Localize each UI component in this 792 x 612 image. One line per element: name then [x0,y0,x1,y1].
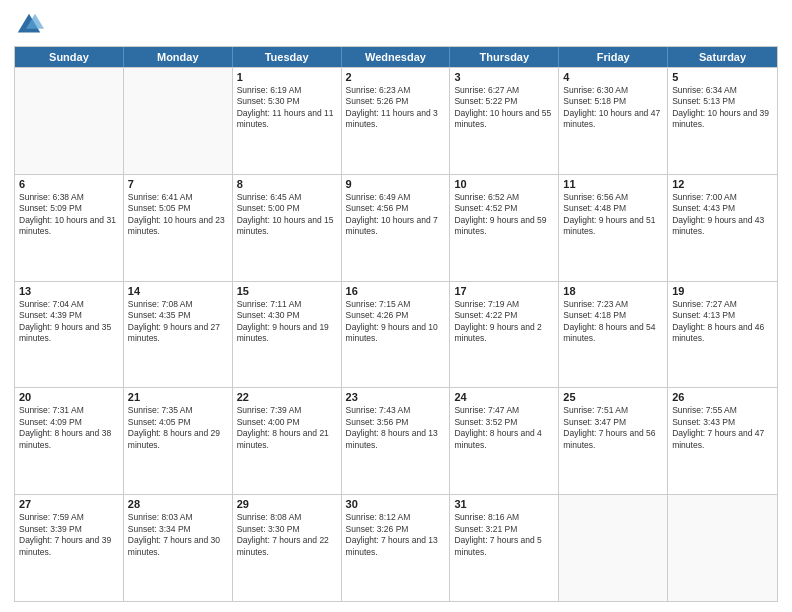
weekday-header-wednesday: Wednesday [342,47,451,67]
day-number: 28 [128,498,228,510]
page: SundayMondayTuesdayWednesdayThursdayFrid… [0,0,792,612]
calendar-row-0: 1Sunrise: 6:19 AM Sunset: 5:30 PM Daylig… [15,67,777,174]
day-number: 16 [346,285,446,297]
day-number: 3 [454,71,554,83]
calendar-day-7: 7Sunrise: 6:41 AM Sunset: 5:05 PM Daylig… [124,175,233,281]
calendar-day-11: 11Sunrise: 6:56 AM Sunset: 4:48 PM Dayli… [559,175,668,281]
calendar-day-12: 12Sunrise: 7:00 AM Sunset: 4:43 PM Dayli… [668,175,777,281]
day-number: 23 [346,391,446,403]
day-number: 15 [237,285,337,297]
calendar: SundayMondayTuesdayWednesdayThursdayFrid… [14,46,778,602]
calendar-row-4: 27Sunrise: 7:59 AM Sunset: 3:39 PM Dayli… [15,494,777,601]
calendar-day-9: 9Sunrise: 6:49 AM Sunset: 4:56 PM Daylig… [342,175,451,281]
calendar-day-18: 18Sunrise: 7:23 AM Sunset: 4:18 PM Dayli… [559,282,668,388]
day-number: 7 [128,178,228,190]
day-number: 17 [454,285,554,297]
calendar-day-25: 25Sunrise: 7:51 AM Sunset: 3:47 PM Dayli… [559,388,668,494]
day-info: Sunrise: 6:30 AM Sunset: 5:18 PM Dayligh… [563,85,663,131]
calendar-day-14: 14Sunrise: 7:08 AM Sunset: 4:35 PM Dayli… [124,282,233,388]
day-info: Sunrise: 7:43 AM Sunset: 3:56 PM Dayligh… [346,405,446,451]
calendar-day-20: 20Sunrise: 7:31 AM Sunset: 4:09 PM Dayli… [15,388,124,494]
day-number: 6 [19,178,119,190]
day-info: Sunrise: 8:12 AM Sunset: 3:26 PM Dayligh… [346,512,446,558]
calendar-day-17: 17Sunrise: 7:19 AM Sunset: 4:22 PM Dayli… [450,282,559,388]
day-info: Sunrise: 6:49 AM Sunset: 4:56 PM Dayligh… [346,192,446,238]
day-info: Sunrise: 6:45 AM Sunset: 5:00 PM Dayligh… [237,192,337,238]
day-info: Sunrise: 7:47 AM Sunset: 3:52 PM Dayligh… [454,405,554,451]
day-number: 19 [672,285,773,297]
day-info: Sunrise: 7:11 AM Sunset: 4:30 PM Dayligh… [237,299,337,345]
weekday-header-sunday: Sunday [15,47,124,67]
calendar-day-13: 13Sunrise: 7:04 AM Sunset: 4:39 PM Dayli… [15,282,124,388]
calendar-day-6: 6Sunrise: 6:38 AM Sunset: 5:09 PM Daylig… [15,175,124,281]
logo [14,10,48,40]
calendar-empty-cell [15,68,124,174]
calendar-day-30: 30Sunrise: 8:12 AM Sunset: 3:26 PM Dayli… [342,495,451,601]
day-number: 8 [237,178,337,190]
day-number: 1 [237,71,337,83]
day-info: Sunrise: 7:23 AM Sunset: 4:18 PM Dayligh… [563,299,663,345]
calendar-row-3: 20Sunrise: 7:31 AM Sunset: 4:09 PM Dayli… [15,387,777,494]
calendar-empty-cell [124,68,233,174]
day-number: 12 [672,178,773,190]
calendar-day-2: 2Sunrise: 6:23 AM Sunset: 5:26 PM Daylig… [342,68,451,174]
day-info: Sunrise: 7:04 AM Sunset: 4:39 PM Dayligh… [19,299,119,345]
day-info: Sunrise: 6:52 AM Sunset: 4:52 PM Dayligh… [454,192,554,238]
day-info: Sunrise: 6:23 AM Sunset: 5:26 PM Dayligh… [346,85,446,131]
day-info: Sunrise: 7:39 AM Sunset: 4:00 PM Dayligh… [237,405,337,451]
day-info: Sunrise: 6:38 AM Sunset: 5:09 PM Dayligh… [19,192,119,238]
day-info: Sunrise: 7:08 AM Sunset: 4:35 PM Dayligh… [128,299,228,345]
weekday-header-friday: Friday [559,47,668,67]
calendar-row-1: 6Sunrise: 6:38 AM Sunset: 5:09 PM Daylig… [15,174,777,281]
day-number: 13 [19,285,119,297]
day-number: 11 [563,178,663,190]
day-info: Sunrise: 7:27 AM Sunset: 4:13 PM Dayligh… [672,299,773,345]
day-number: 20 [19,391,119,403]
calendar-empty-cell [668,495,777,601]
day-number: 29 [237,498,337,510]
calendar-empty-cell [559,495,668,601]
header [14,10,778,40]
logo-icon [14,10,44,40]
day-number: 24 [454,391,554,403]
day-number: 14 [128,285,228,297]
calendar-day-31: 31Sunrise: 8:16 AM Sunset: 3:21 PM Dayli… [450,495,559,601]
calendar-day-3: 3Sunrise: 6:27 AM Sunset: 5:22 PM Daylig… [450,68,559,174]
calendar-day-26: 26Sunrise: 7:55 AM Sunset: 3:43 PM Dayli… [668,388,777,494]
day-number: 30 [346,498,446,510]
calendar-day-1: 1Sunrise: 6:19 AM Sunset: 5:30 PM Daylig… [233,68,342,174]
calendar-day-27: 27Sunrise: 7:59 AM Sunset: 3:39 PM Dayli… [15,495,124,601]
day-number: 4 [563,71,663,83]
day-number: 22 [237,391,337,403]
day-number: 21 [128,391,228,403]
calendar-day-4: 4Sunrise: 6:30 AM Sunset: 5:18 PM Daylig… [559,68,668,174]
day-number: 10 [454,178,554,190]
calendar-body: 1Sunrise: 6:19 AM Sunset: 5:30 PM Daylig… [15,67,777,601]
calendar-day-8: 8Sunrise: 6:45 AM Sunset: 5:00 PM Daylig… [233,175,342,281]
day-info: Sunrise: 8:03 AM Sunset: 3:34 PM Dayligh… [128,512,228,558]
day-info: Sunrise: 6:56 AM Sunset: 4:48 PM Dayligh… [563,192,663,238]
day-info: Sunrise: 7:15 AM Sunset: 4:26 PM Dayligh… [346,299,446,345]
day-info: Sunrise: 6:41 AM Sunset: 5:05 PM Dayligh… [128,192,228,238]
day-number: 26 [672,391,773,403]
calendar-day-29: 29Sunrise: 8:08 AM Sunset: 3:30 PM Dayli… [233,495,342,601]
day-number: 25 [563,391,663,403]
day-number: 18 [563,285,663,297]
day-info: Sunrise: 7:35 AM Sunset: 4:05 PM Dayligh… [128,405,228,451]
day-number: 31 [454,498,554,510]
calendar-day-16: 16Sunrise: 7:15 AM Sunset: 4:26 PM Dayli… [342,282,451,388]
calendar-day-10: 10Sunrise: 6:52 AM Sunset: 4:52 PM Dayli… [450,175,559,281]
calendar-day-28: 28Sunrise: 8:03 AM Sunset: 3:34 PM Dayli… [124,495,233,601]
day-info: Sunrise: 6:19 AM Sunset: 5:30 PM Dayligh… [237,85,337,131]
calendar-day-23: 23Sunrise: 7:43 AM Sunset: 3:56 PM Dayli… [342,388,451,494]
day-info: Sunrise: 8:16 AM Sunset: 3:21 PM Dayligh… [454,512,554,558]
day-number: 9 [346,178,446,190]
calendar-day-24: 24Sunrise: 7:47 AM Sunset: 3:52 PM Dayli… [450,388,559,494]
day-info: Sunrise: 7:31 AM Sunset: 4:09 PM Dayligh… [19,405,119,451]
day-number: 2 [346,71,446,83]
calendar-day-5: 5Sunrise: 6:34 AM Sunset: 5:13 PM Daylig… [668,68,777,174]
day-info: Sunrise: 8:08 AM Sunset: 3:30 PM Dayligh… [237,512,337,558]
calendar-header: SundayMondayTuesdayWednesdayThursdayFrid… [15,47,777,67]
day-info: Sunrise: 7:19 AM Sunset: 4:22 PM Dayligh… [454,299,554,345]
calendar-row-2: 13Sunrise: 7:04 AM Sunset: 4:39 PM Dayli… [15,281,777,388]
